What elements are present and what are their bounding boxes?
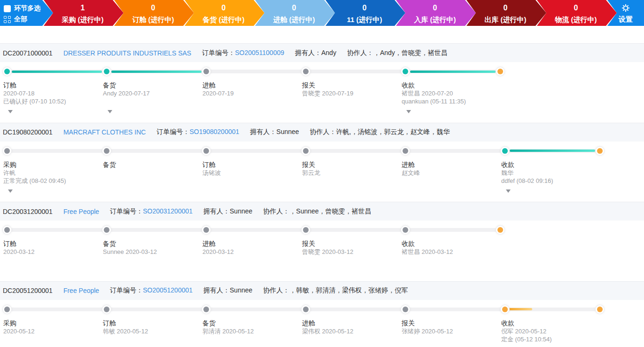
stage-count: 0 [255, 3, 333, 13]
timeline-node[interactable] [501, 147, 509, 155]
order-no-field: 订单编号：SO20051200001 [110, 286, 193, 295]
timeline-node[interactable] [302, 226, 310, 234]
order-header: DC20031200001Free People订单编号：SO200312000… [0, 202, 644, 221]
order-code: DC20071000001 [3, 49, 53, 57]
multi-select-toggle[interactable]: 环节多选 [4, 4, 40, 13]
stage-count: 0 [537, 3, 615, 13]
stage-name: 进舱 [302, 319, 353, 327]
checkbox-icon[interactable] [4, 5, 11, 12]
stage-cell: 报关张绪婷 2020-05-12 [402, 319, 453, 335]
stage-person-date: Andy 2020-07-17 [103, 89, 150, 97]
stage-chevron-5[interactable]: 011 (进行中) [326, 0, 405, 26]
stage-count: 0 [396, 3, 474, 13]
stage-filter-bar: 环节多选 全部 设置 1采购 (进行中)0订舱 (进行中)0备货 (进行中)0进… [0, 0, 644, 26]
stage-person-date: 郭云龙 [302, 169, 320, 177]
timeline-node[interactable] [3, 147, 11, 155]
stage-status: 已确认好 (07-10 10:52) [3, 97, 66, 105]
stage-cell: 采购2020-05-12 [3, 319, 35, 335]
expand-caret-icon[interactable] [108, 110, 112, 113]
stage-name: 订舱 [202, 160, 221, 169]
stage-name: 采购 [3, 319, 35, 327]
stage-person-date: 倪军 2020-05-12 [501, 327, 552, 335]
stage-chevron-1[interactable]: 1采购 (进行中) [44, 0, 124, 26]
company-link[interactable]: MARCRAFT CLOTHES INC [63, 128, 146, 136]
stage-cell: 订舱汤铭波 [202, 160, 221, 177]
company-link-wrap: Free People [63, 208, 99, 215]
company-link[interactable]: Free People [63, 208, 99, 215]
stage-person-date: Sunnee 2020-03-12 [103, 248, 157, 256]
timeline-node[interactable] [302, 305, 310, 314]
stage-name: 订舱 [3, 81, 66, 89]
order-row: DC20071000001DRESSER PRODUITS INDUSTRIEL… [0, 43, 644, 123]
stage-chevron-8[interactable]: 0物流 (进行中) [537, 0, 617, 26]
stage-person-date: 褚世昌 2020-07-20 [402, 89, 466, 97]
stage-name: 备货 [103, 239, 157, 248]
order-code: DC20031200001 [3, 208, 53, 215]
expand-caret-icon[interactable] [8, 189, 13, 193]
timeline-node[interactable] [302, 67, 310, 76]
timeline-node[interactable] [401, 67, 410, 76]
company-link-wrap: DRESSER PRODUITS INDUSTRIELS SAS [63, 49, 191, 57]
timeline-node[interactable] [501, 305, 509, 314]
stage-name: 进舱 [202, 239, 234, 248]
stage-label: 11 (进行中) [326, 15, 403, 24]
order-timeline: 采购许帆正常完成 (08-02 09:45)备货订舱汤铭波报关郭云龙进舱赵文峰收… [0, 142, 644, 202]
timeline-node[interactable] [401, 305, 410, 314]
collaborators-field: 协作人：许帆,，汤铭波，郭云龙，赵文峰，魏华 [310, 128, 450, 136]
stage-chevron-4[interactable]: 0进舱 (进行中) [255, 0, 335, 26]
timeline-node[interactable] [102, 147, 111, 155]
stage-cell: 备货 [103, 160, 116, 169]
stage-name: 收款 [501, 160, 553, 169]
company-link[interactable]: DRESSER PRODUITS INDUSTRIELS SAS [63, 49, 191, 57]
stage-status: 正常完成 (08-02 09:45) [3, 177, 66, 185]
timeline-node[interactable] [202, 226, 210, 234]
stage-count: 0 [114, 3, 192, 13]
stage-person-date: 魏华 [501, 169, 553, 177]
timeline-node[interactable] [3, 67, 11, 76]
timeline-node[interactable] [401, 147, 410, 155]
timeline-node[interactable] [102, 226, 111, 234]
timeline-node[interactable] [102, 305, 111, 314]
order-no-link[interactable]: SO20051200001 [143, 286, 193, 294]
stage-name: 订舱 [103, 319, 148, 327]
stage-chevron-3[interactable]: 0备货 (进行中) [185, 0, 264, 26]
all-stages-button[interactable]: 全部 [4, 15, 27, 24]
stage-cell: 报关曾晓雯 2020-07-19 [302, 81, 353, 97]
stage-cell: 进舱2020-07-19 [202, 81, 234, 97]
order-no-link[interactable]: SO20031200001 [143, 207, 193, 215]
expand-caret-icon[interactable] [406, 110, 411, 113]
stage-chevron-2[interactable]: 0订舱 (进行中) [114, 0, 194, 26]
timeline-segment-done [111, 71, 202, 73]
order-timeline: 订舱2020-07-18已确认好 (07-10 10:52)备货Andy 202… [0, 62, 644, 123]
timeline-node[interactable] [202, 67, 210, 76]
timeline-node[interactable] [202, 305, 210, 314]
stage-count: 1 [44, 3, 122, 13]
stage-cell: 备货Andy 2020-07-17 [103, 81, 150, 97]
company-link[interactable]: Free People [63, 287, 99, 294]
stage-cell: 进舱梁伟权 2020-05-12 [302, 319, 353, 335]
all-stages-label: 全部 [14, 15, 27, 24]
stage-person-date: 曾晓雯 2020-07-19 [302, 89, 353, 97]
company-link-wrap: MARCRAFT CLOTHES INC [63, 128, 146, 136]
order-list: DC20071000001DRESSER PRODUITS INDUSTRIEL… [0, 43, 644, 347]
stage-name: 报关 [302, 81, 353, 89]
order-no-link[interactable]: SO19080200001 [189, 128, 239, 135]
timeline-node[interactable] [302, 147, 310, 155]
expand-caret-icon[interactable] [506, 189, 511, 193]
stage-chevron-7[interactable]: 0出库 (进行中) [466, 0, 546, 26]
stage-cell: 进舱2020-03-12 [202, 239, 234, 256]
timeline-node[interactable] [3, 226, 11, 234]
stage-filter-block: 环节多选 全部 [0, 0, 54, 26]
timeline-node[interactable] [202, 147, 210, 155]
expand-caret-icon[interactable] [8, 110, 13, 113]
timeline-node[interactable] [102, 67, 111, 76]
timeline-node[interactable] [401, 226, 410, 234]
order-code: DC19080200001 [3, 128, 53, 136]
stage-person-date: 2020-05-12 [3, 327, 35, 335]
stage-label: 订舱 (进行中) [114, 15, 192, 24]
stage-chevron-6[interactable]: 0入库 (进行中) [396, 0, 476, 26]
order-no-link[interactable]: SO20051100009 [235, 49, 284, 56]
order-timeline: 订舱2020-03-12备货Sunnee 2020-03-12进舱2020-03… [0, 221, 644, 281]
timeline-node[interactable] [3, 305, 11, 314]
stage-name: 报关 [302, 160, 320, 169]
